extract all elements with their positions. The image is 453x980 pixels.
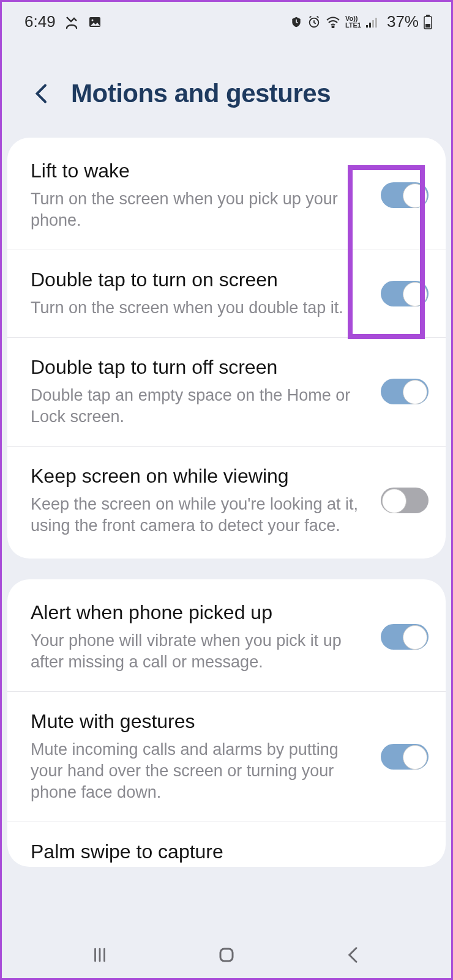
svg-rect-9 xyxy=(426,15,430,17)
svg-rect-10 xyxy=(425,24,430,28)
settings-group-1: Lift to wake Turn on the screen when you… xyxy=(7,138,446,559)
alarm-icon xyxy=(307,15,321,29)
signal-icon xyxy=(366,17,380,28)
row-mute-gestures[interactable]: Mute with gestures Mute incoming calls a… xyxy=(7,692,446,822)
page-header: Motions and gestures xyxy=(0,36,453,138)
toggle-alert-picked-up[interactable] xyxy=(381,624,429,650)
svg-rect-6 xyxy=(372,20,374,28)
row-subtitle: Double tap an empty space on the Home or… xyxy=(31,385,367,428)
row-subtitle: Turn on the screen when you double tap i… xyxy=(31,297,367,319)
svg-rect-7 xyxy=(375,18,377,28)
row-subtitle: Mute incoming calls and alarms by puttin… xyxy=(31,739,367,803)
toggle-double-tap-on[interactable] xyxy=(381,281,429,306)
wifi-icon xyxy=(326,16,340,28)
image-icon xyxy=(88,15,102,29)
row-double-tap-on[interactable]: Double tap to turn on screen Turn on the… xyxy=(7,250,446,338)
row-title: Mute with gestures xyxy=(31,710,367,733)
battery-icon xyxy=(424,15,432,29)
app-update-icon xyxy=(290,16,302,28)
row-title: Alert when phone picked up xyxy=(31,601,367,624)
page-title: Motions and gestures xyxy=(71,79,331,108)
svg-point-3 xyxy=(332,26,334,28)
row-keep-screen-on[interactable]: Keep screen on while viewing Keep the sc… xyxy=(7,447,446,555)
missed-call-icon xyxy=(64,15,79,29)
volte-icon: Vo))LTE1 xyxy=(345,15,361,29)
settings-group-2: Alert when phone picked up Your phone wi… xyxy=(7,579,446,867)
row-double-tap-off[interactable]: Double tap to turn off screen Double tap… xyxy=(7,338,446,447)
battery-percent: 37% xyxy=(387,12,419,31)
svg-rect-4 xyxy=(366,25,368,28)
nav-recents-button[interactable] xyxy=(85,940,114,970)
svg-rect-5 xyxy=(369,23,371,28)
row-title: Double tap to turn off screen xyxy=(31,356,367,379)
status-bar: 6:49 Vo))LTE1 37% xyxy=(0,0,453,36)
status-time: 6:49 xyxy=(24,12,56,31)
nav-back-button[interactable] xyxy=(339,940,368,970)
row-title: Palm swipe to capture xyxy=(31,841,415,863)
row-subtitle: Keep the screen on while you're looking … xyxy=(31,494,367,536)
system-nav-bar xyxy=(0,936,453,980)
svg-rect-11 xyxy=(220,949,233,961)
row-lift-to-wake[interactable]: Lift to wake Turn on the screen when you… xyxy=(7,141,446,250)
row-title: Double tap to turn on screen xyxy=(31,269,367,291)
toggle-keep-screen-on[interactable] xyxy=(381,488,429,513)
row-title: Keep screen on while viewing xyxy=(31,465,367,488)
row-subtitle: Turn on the screen when you pick up your… xyxy=(31,188,367,231)
back-button[interactable] xyxy=(31,83,53,105)
toggle-lift-to-wake[interactable] xyxy=(381,182,429,208)
nav-home-button[interactable] xyxy=(212,940,241,970)
row-title: Lift to wake xyxy=(31,160,367,182)
row-subtitle: Your phone will vibrate when you pick it… xyxy=(31,630,367,673)
toggle-mute-gestures[interactable] xyxy=(381,744,429,770)
row-palm-swipe[interactable]: Palm swipe to capture xyxy=(7,822,446,863)
svg-point-1 xyxy=(91,19,93,21)
toggle-double-tap-off[interactable] xyxy=(381,379,429,404)
row-alert-picked-up[interactable]: Alert when phone picked up Your phone wi… xyxy=(7,583,446,692)
